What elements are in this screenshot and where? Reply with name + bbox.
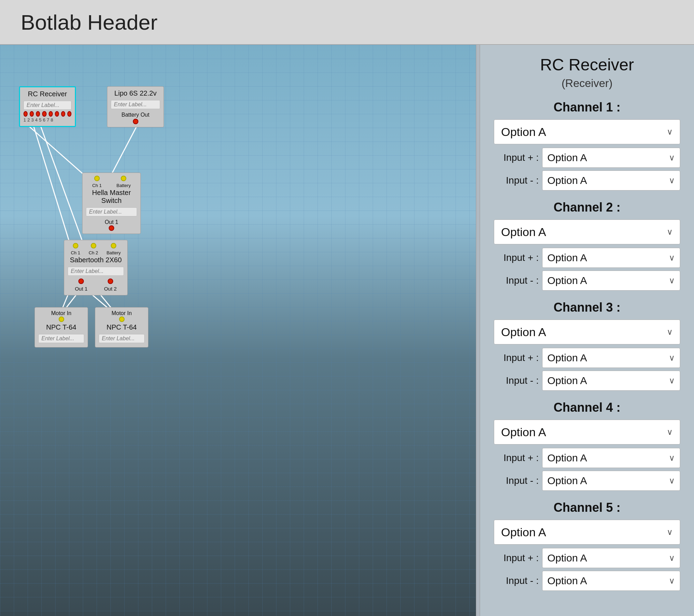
channel-2-input-plus-dropdown[interactable]: Option A ∨ bbox=[542, 248, 680, 268]
channel-3-input-plus-value: Option A bbox=[547, 352, 587, 364]
channel-2-heading: Channel 2 : bbox=[494, 200, 680, 215]
port-1 bbox=[23, 111, 28, 117]
channel-5-input-minus-row: Input - : Option A ∨ bbox=[494, 571, 680, 591]
channel-2-main-chevron: ∨ bbox=[667, 227, 673, 237]
node-hella-label[interactable] bbox=[86, 207, 137, 216]
channel-4-input-minus-label: Input - : bbox=[494, 475, 539, 486]
channel-1-heading: Channel 1 : bbox=[494, 100, 680, 115]
channel-1-input-minus-chevron: ∨ bbox=[669, 176, 675, 185]
channel-3-input-minus-dropdown[interactable]: Option A ∨ bbox=[542, 371, 680, 391]
node-lipo-label[interactable] bbox=[111, 100, 160, 109]
channel-3-main-chevron: ∨ bbox=[667, 327, 673, 337]
node-npc2-title: NPC T-64 bbox=[99, 323, 145, 331]
node-rc-receiver-title: RC Receiver bbox=[23, 90, 71, 98]
channel-5-input-minus-label: Input - : bbox=[494, 575, 539, 586]
channel-5-input-plus-dropdown[interactable]: Option A ∨ bbox=[542, 548, 680, 568]
channel-2-input-minus-value: Option A bbox=[547, 275, 587, 286]
node-hella-title: Hella Master Switch bbox=[86, 189, 137, 205]
right-panel: RC Receiver (Receiver) Channel 1 : Optio… bbox=[480, 45, 694, 616]
port-sb-out1 bbox=[78, 278, 84, 284]
channel-3-input-minus-row: Input - : Option A ∨ bbox=[494, 371, 680, 391]
port-npc2-in bbox=[119, 316, 125, 322]
channel-1-input-minus-label: Input - : bbox=[494, 175, 539, 186]
port-sb-out2 bbox=[108, 278, 113, 284]
channel-2-input-minus-dropdown[interactable]: Option A ∨ bbox=[542, 271, 680, 291]
channel-3-main-value: Option A bbox=[501, 325, 546, 339]
channel-1-section: Channel 1 : Option A ∨ Input + : Option … bbox=[494, 100, 680, 190]
channel-2-input-plus-label: Input + : bbox=[494, 252, 539, 263]
main-layout: RC Receiver 1 2 3 4 5 6 7 8 bbox=[0, 45, 694, 616]
port-lipo-out bbox=[133, 119, 138, 124]
channel-2-main-value: Option A bbox=[501, 225, 546, 239]
channel-1-input-minus-value: Option A bbox=[547, 175, 587, 186]
node-lipo-port-label: Battery Out bbox=[111, 112, 160, 118]
node-lipo-title: Lipo 6S 22.2v bbox=[111, 89, 160, 97]
port-3 bbox=[36, 111, 40, 117]
node-lipo[interactable]: Lipo 6S 22.2v Battery Out bbox=[107, 86, 164, 127]
channel-2-input-plus-chevron: ∨ bbox=[669, 253, 675, 263]
channel-1-input-plus-dropdown[interactable]: Option A ∨ bbox=[542, 148, 680, 168]
channel-5-input-plus-label: Input + : bbox=[494, 553, 539, 564]
channel-1-input-plus-row: Input + : Option A ∨ bbox=[494, 148, 680, 168]
node-rc-receiver-label[interactable] bbox=[23, 101, 71, 110]
sabertooth-top-ports: Ch 1 Ch 2 Battery bbox=[68, 243, 124, 255]
node-npc2-label[interactable] bbox=[99, 334, 145, 343]
channel-4-main-value: Option A bbox=[501, 426, 546, 439]
channel-5-input-plus-chevron: ∨ bbox=[669, 553, 675, 563]
channel-5-main-chevron: ∨ bbox=[667, 527, 673, 537]
port-npc1-in bbox=[59, 316, 64, 322]
channel-4-input-plus-dropdown[interactable]: Option A ∨ bbox=[542, 448, 680, 468]
channel-2-input-minus-label: Input - : bbox=[494, 275, 539, 286]
channel-4-main-dropdown[interactable]: Option A ∨ bbox=[494, 420, 680, 444]
channel-3-input-minus-value: Option A bbox=[547, 375, 587, 387]
node-sabertooth-title: Sabertooth 2X60 bbox=[68, 256, 124, 264]
channel-5-input-plus-value: Option A bbox=[547, 552, 587, 564]
node-hella[interactable]: Ch 1 Battery Hella Master Switch Out 1 bbox=[82, 173, 141, 234]
channel-1-input-minus-row: Input - : Option A ∨ bbox=[494, 170, 680, 190]
canvas-area[interactable]: RC Receiver 1 2 3 4 5 6 7 8 bbox=[0, 45, 476, 616]
channel-1-input-minus-dropdown[interactable]: Option A ∨ bbox=[542, 170, 680, 190]
svg-line-1 bbox=[33, 124, 72, 252]
channel-2-input-minus-row: Input - : Option A ∨ bbox=[494, 271, 680, 291]
port-sb-ch1 bbox=[73, 243, 78, 248]
node-npc1-port-label: Motor In bbox=[38, 310, 84, 316]
channel-2-input-plus-value: Option A bbox=[547, 252, 587, 264]
channel-3-input-plus-dropdown[interactable]: Option A ∨ bbox=[542, 348, 680, 368]
channel-5-main-dropdown[interactable]: Option A ∨ bbox=[494, 520, 680, 545]
node-npc2[interactable]: Motor In NPC T-64 bbox=[95, 307, 148, 348]
channel-3-section: Channel 3 : Option A ∨ Input + : Option … bbox=[494, 300, 680, 391]
port-labels-row: 1 2 3 4 5 6 7 8 bbox=[23, 117, 71, 123]
node-rc-receiver[interactable]: RC Receiver 1 2 3 4 5 6 7 8 bbox=[19, 86, 76, 127]
channel-5-input-minus-dropdown[interactable]: Option A ∨ bbox=[542, 571, 680, 591]
channel-4-heading: Channel 4 : bbox=[494, 400, 680, 415]
panel-title: RC Receiver bbox=[494, 55, 680, 74]
port-hella-ch1 bbox=[94, 176, 100, 181]
channel-1-input-plus-value: Option A bbox=[547, 152, 587, 164]
channel-4-input-plus-chevron: ∨ bbox=[669, 453, 675, 463]
channel-2-input-plus-row: Input + : Option A ∨ bbox=[494, 248, 680, 268]
node-npc1-title: NPC T-64 bbox=[38, 323, 84, 331]
panel-divider bbox=[476, 45, 480, 616]
channel-5-input-minus-chevron: ∨ bbox=[669, 576, 675, 586]
port-hella-out1 bbox=[109, 225, 114, 231]
channel-3-main-dropdown[interactable]: Option A ∨ bbox=[494, 320, 680, 344]
channel-4-input-minus-row: Input - : Option A ∨ bbox=[494, 471, 680, 491]
channel-4-input-minus-dropdown[interactable]: Option A ∨ bbox=[542, 471, 680, 491]
channel-4-input-plus-row: Input + : Option A ∨ bbox=[494, 448, 680, 468]
node-npc1[interactable]: Motor In NPC T-64 bbox=[35, 307, 88, 348]
channel-2-main-dropdown[interactable]: Option A ∨ bbox=[494, 219, 680, 244]
channel-1-main-value: Option A bbox=[501, 125, 546, 139]
port-hella-battery bbox=[121, 176, 126, 181]
channel-4-main-chevron: ∨ bbox=[667, 427, 673, 437]
channel-2-input-minus-chevron: ∨ bbox=[669, 276, 675, 285]
channel-3-input-minus-label: Input - : bbox=[494, 375, 539, 386]
node-npc1-label[interactable] bbox=[38, 334, 84, 343]
sabertooth-bottom-ports: Out 1 Out 2 bbox=[68, 278, 124, 292]
channels-container: Channel 1 : Option A ∨ Input + : Option … bbox=[494, 100, 680, 591]
port-2 bbox=[30, 111, 34, 117]
app-header: Botlab Header bbox=[0, 0, 694, 45]
channel-1-main-dropdown[interactable]: Option A ∨ bbox=[494, 119, 680, 144]
node-sabertooth-label[interactable] bbox=[68, 267, 124, 276]
node-sabertooth[interactable]: Ch 1 Ch 2 Battery Sabertooth 2X60 Out 1 bbox=[64, 240, 128, 295]
hella-top-ports: Ch 1 Battery bbox=[86, 176, 137, 188]
